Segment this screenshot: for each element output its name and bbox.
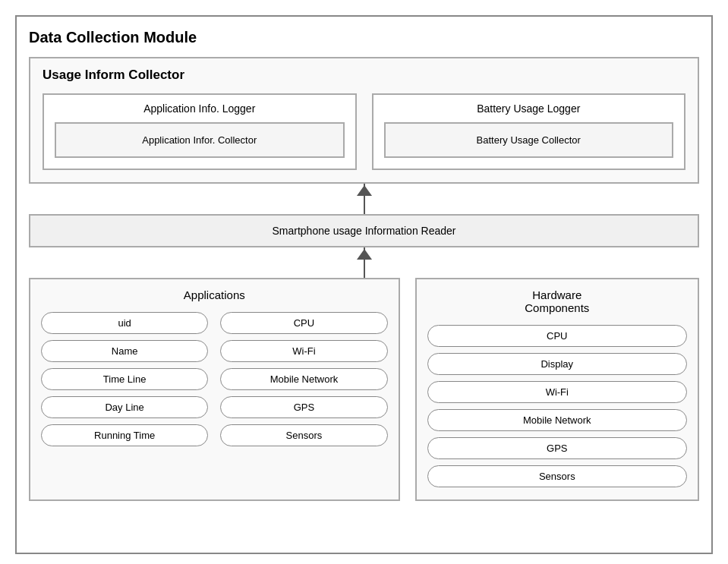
hardware-title: Hardware Components bbox=[427, 288, 687, 314]
app-collector-label: Application Infor. Collector bbox=[142, 134, 257, 146]
arrow2-section bbox=[29, 247, 699, 278]
applications-title: Applications bbox=[41, 288, 388, 301]
hw-col1: CPUDisplayWi-FiMobile NetworkGPSSensors bbox=[427, 325, 687, 487]
smartphone-reader-box: Smartphone usage Information Reader bbox=[29, 214, 699, 247]
list-item: Day Line bbox=[41, 396, 208, 418]
battery-logger-title: Battery Usage Logger bbox=[384, 102, 674, 115]
list-item: Wi-Fi bbox=[427, 381, 687, 403]
list-item: Sensors bbox=[220, 424, 387, 446]
app-logger-box: Application Info. Logger Application Inf… bbox=[43, 93, 357, 170]
list-item: Wi-Fi bbox=[220, 340, 387, 362]
list-item: Display bbox=[427, 353, 687, 375]
usage-collector-title: Usage Inform Collector bbox=[43, 68, 685, 83]
list-item: GPS bbox=[220, 396, 387, 418]
list-item: Sensors bbox=[427, 465, 687, 487]
arrow1-section bbox=[29, 184, 699, 214]
list-item: GPS bbox=[427, 437, 687, 459]
battery-collector-box: Battery Usage Collector bbox=[384, 122, 674, 158]
usage-collector-box: Usage Inform Collector Application Info.… bbox=[29, 57, 699, 184]
app-col1: uidNameTime LineDay LineRunning Time bbox=[41, 312, 208, 446]
bottom-row: Applications uidNameTime LineDay LineRun… bbox=[29, 278, 699, 501]
list-item: Mobile Network bbox=[220, 368, 387, 390]
outer-container: Data Collection Module Usage Inform Coll… bbox=[15, 15, 713, 554]
hardware-box: Hardware Components CPUDisplayWi-FiMobil… bbox=[415, 278, 699, 501]
app-col2: CPUWi-FiMobile NetworkGPSSensors bbox=[220, 312, 387, 446]
list-item: Time Line bbox=[41, 368, 208, 390]
applications-box: Applications uidNameTime LineDay LineRun… bbox=[29, 278, 400, 501]
battery-logger-box: Battery Usage Logger Battery Usage Colle… bbox=[372, 93, 686, 170]
list-item: CPU bbox=[220, 312, 387, 334]
list-item: Mobile Network bbox=[427, 409, 687, 431]
loggers-row: Application Info. Logger Application Inf… bbox=[43, 93, 685, 170]
arrow1-up bbox=[357, 185, 372, 196]
app-logger-title: Application Info. Logger bbox=[55, 102, 345, 115]
list-item: CPU bbox=[427, 325, 687, 347]
list-item: uid bbox=[41, 312, 208, 334]
smartphone-reader-label: Smartphone usage Information Reader bbox=[272, 225, 455, 237]
list-item: Running Time bbox=[41, 424, 208, 446]
list-item: Name bbox=[41, 340, 208, 362]
battery-collector-label: Battery Usage Collector bbox=[477, 134, 581, 146]
applications-columns: uidNameTime LineDay LineRunning Time CPU… bbox=[41, 312, 388, 446]
arrow2-up bbox=[357, 249, 372, 260]
app-collector-box: Application Infor. Collector bbox=[55, 122, 345, 158]
page-title: Data Collection Module bbox=[29, 29, 699, 46]
hardware-columns: CPUDisplayWi-FiMobile NetworkGPSSensors bbox=[427, 325, 687, 487]
